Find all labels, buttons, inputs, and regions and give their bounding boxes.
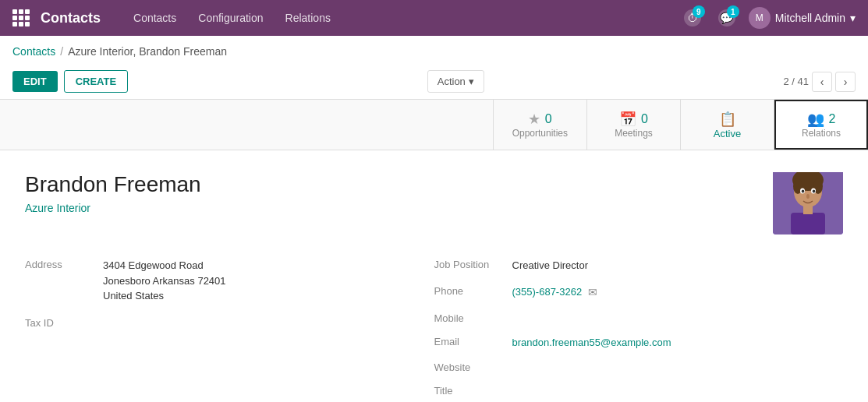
messages-badge-count: 1 xyxy=(727,5,739,18)
tab-meetings[interactable]: 📅 0 Meetings xyxy=(587,100,681,150)
phone-link[interactable]: (355)-687-3262 xyxy=(512,284,583,300)
navbar: Contacts Contacts Configuration Relation… xyxy=(0,0,868,36)
address-line1: 3404 Edgewood Road xyxy=(103,258,226,273)
email-value[interactable]: brandon.freeman55@example.com xyxy=(512,335,671,351)
meetings-label: Meetings xyxy=(615,128,653,139)
phone-label: Phone xyxy=(434,284,512,297)
activity-badge-btn[interactable]: ⏱ 9 xyxy=(680,5,705,30)
user-name: Mitchell Admin xyxy=(775,12,845,24)
toolbar-area: Contacts / Azure Interior, Brandon Freem… xyxy=(0,36,868,100)
relations-count: 2 xyxy=(829,112,836,126)
nav-configuration[interactable]: Configuration xyxy=(189,2,272,34)
opportunities-count: 0 xyxy=(545,112,552,126)
edit-button[interactable]: EDIT xyxy=(12,71,58,92)
tabs-row: ★ 0 Opportunities 📅 0 Meetings 📋 Active … xyxy=(0,100,868,150)
fields-section: Address 3404 Edgewood Road Jonesboro Ark… xyxy=(25,258,843,402)
breadcrumb: Contacts / Azure Interior, Brandon Freem… xyxy=(12,36,856,64)
user-menu[interactable]: M Mitchell Admin ▾ xyxy=(749,7,856,29)
job-position-field: Job Position Creative Director xyxy=(434,258,844,273)
calendar-icon: 📅 xyxy=(619,111,636,128)
avatar: M xyxy=(749,7,771,29)
create-button[interactable]: CREATE xyxy=(64,70,128,93)
action-button[interactable]: Action ▾ xyxy=(427,70,484,93)
active-label: Active xyxy=(714,128,741,139)
relations-label: Relations xyxy=(802,128,841,139)
mobile-label: Mobile xyxy=(434,312,512,324)
navbar-actions: ⏱ 9 💬 1 M Mitchell Admin ▾ xyxy=(680,5,856,30)
relations-icon: 👥 xyxy=(807,111,824,128)
star-icon: ★ xyxy=(528,111,540,128)
website-field: Website xyxy=(434,361,844,373)
company-link[interactable]: Azure Interior xyxy=(25,202,90,214)
address-line2: Jonesboro Arkansas 72401 xyxy=(103,273,226,289)
contact-company: Azure Interior xyxy=(25,202,843,214)
tab-relations[interactable]: 👥 2 Relations xyxy=(774,100,868,150)
job-position-value: Creative Director xyxy=(512,258,589,273)
mobile-field: Mobile xyxy=(434,312,844,324)
svg-point-12 xyxy=(806,194,810,199)
fields-left: Address 3404 Edgewood Road Jonesboro Ark… xyxy=(25,258,434,402)
job-position-label: Job Position xyxy=(434,258,512,270)
grid-menu-icon[interactable] xyxy=(12,9,30,26)
next-page-button[interactable]: › xyxy=(835,72,856,92)
svg-point-11 xyxy=(813,190,816,193)
address-line3: United States xyxy=(103,288,226,304)
svg-rect-7 xyxy=(803,205,813,214)
contact-header: Brandon Freeman Azure Interior xyxy=(25,172,843,235)
tab-active[interactable]: 📋 Active xyxy=(681,100,774,150)
nav-relations[interactable]: Relations xyxy=(276,2,340,34)
phone-email-icon[interactable]: ✉ xyxy=(588,284,597,301)
email-field: Email brandon.freeman55@example.com xyxy=(434,335,844,351)
meetings-count: 0 xyxy=(641,112,648,126)
title-field: Title xyxy=(434,384,844,397)
tax-id-label: Tax ID xyxy=(25,316,103,329)
address-label: Address xyxy=(25,258,103,270)
breadcrumb-parent[interactable]: Contacts xyxy=(12,45,55,58)
address-field: Address 3404 Edgewood Road Jonesboro Ark… xyxy=(25,258,434,304)
pagination-text: 2 / 41 xyxy=(783,76,809,87)
user-menu-chevron-icon: ▾ xyxy=(850,12,856,24)
action-chevron-icon: ▾ xyxy=(469,76,474,87)
pagination: 2 / 41 ‹ › xyxy=(783,72,856,92)
content-area: Brandon Freeman Azure Interior Address 3… xyxy=(0,150,868,402)
breadcrumb-separator: / xyxy=(60,45,63,58)
contact-photo xyxy=(773,172,843,235)
contact-name: Brandon Freeman xyxy=(25,172,843,197)
svg-rect-6 xyxy=(791,213,825,235)
website-label: Website xyxy=(434,361,512,373)
svg-point-10 xyxy=(802,190,805,193)
address-value: 3404 Edgewood Road Jonesboro Arkansas 72… xyxy=(103,258,226,304)
active-icon: 📋 xyxy=(719,111,736,128)
tab-empty xyxy=(0,100,494,150)
phone-value-row: (355)-687-3262 ✉ xyxy=(512,284,598,301)
prev-page-button[interactable]: ‹ xyxy=(812,72,832,92)
tab-opportunities[interactable]: ★ 0 Opportunities xyxy=(494,100,587,150)
app-title: Contacts xyxy=(41,10,101,26)
fields-right: Job Position Creative Director Phone (35… xyxy=(434,258,844,402)
phone-field: Phone (355)-687-3262 ✉ xyxy=(434,284,844,301)
top-nav: Contacts Configuration Relations xyxy=(124,2,680,34)
breadcrumb-current: Azure Interior, Brandon Freeman xyxy=(68,45,227,58)
messages-badge-btn[interactable]: 💬 1 xyxy=(714,5,739,30)
nav-contacts[interactable]: Contacts xyxy=(124,2,186,34)
tax-id-field: Tax ID xyxy=(25,316,434,329)
activity-badge-count: 9 xyxy=(693,5,705,18)
email-label: Email xyxy=(434,335,512,347)
title-label: Title xyxy=(434,384,512,397)
opportunities-label: Opportunities xyxy=(512,128,568,139)
action-toolbar: EDIT CREATE Action ▾ 2 / 41 ‹ › xyxy=(12,64,856,99)
